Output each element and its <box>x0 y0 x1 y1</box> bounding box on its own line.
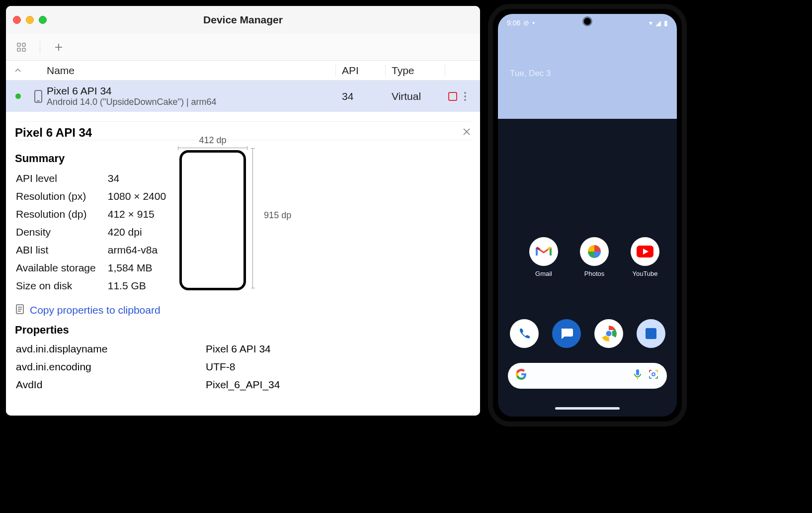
label-avail: Available storage <box>16 259 107 276</box>
prop-row: avd.ini.displaynamePixel 6 API 34 <box>16 341 470 357</box>
copy-properties-link[interactable]: Copy properties to clipboard <box>15 303 471 317</box>
battery-icon: ▮ <box>664 19 668 27</box>
svg-rect-0 <box>17 43 20 46</box>
summary-table: API level34 Resolution (px)1080 × 2400 R… <box>15 169 167 295</box>
device-type: Virtual <box>386 90 445 102</box>
phone-app-icon <box>510 319 539 348</box>
app-phone[interactable] <box>505 319 543 348</box>
value-avail: 1,584 MB <box>108 259 166 276</box>
chevron-up-icon <box>14 67 21 74</box>
value-density: 420 dpi <box>108 224 166 241</box>
emulator-frame: 9:06 ⊘ • ▾ ◢ ▮ Tue, Dec 3 Gmail <box>488 4 687 427</box>
mic-icon[interactable] <box>633 369 642 383</box>
svg-point-17 <box>606 331 611 337</box>
value-abi: arm64-v8a <box>108 242 166 258</box>
clipboard-icon <box>15 303 25 317</box>
device-name: Pixel 6 API 34 <box>47 85 336 97</box>
add-device-button[interactable] <box>52 41 65 54</box>
app-label: Gmail <box>535 270 552 277</box>
svg-rect-3 <box>22 48 25 51</box>
window-title: Device Manager <box>6 14 480 26</box>
value-api: 34 <box>108 170 166 187</box>
layout-toggle-button[interactable] <box>15 41 28 54</box>
device-status <box>6 93 30 99</box>
label-api: API level <box>16 170 107 187</box>
signal-icon: ◢ <box>655 19 661 27</box>
messages-icon <box>552 319 581 348</box>
device-detail-panel: Pixel 6 API 34 Summary API level34 Resol… <box>6 112 480 416</box>
summary-heading: Summary <box>15 152 167 165</box>
status-running-icon <box>15 93 21 99</box>
app-gmail[interactable]: Gmail <box>525 237 563 277</box>
app-row-dock <box>503 319 672 348</box>
app-photos[interactable]: Photos <box>575 237 613 277</box>
detail-title: Pixel 6 API 34 <box>15 126 92 140</box>
app-label: YouTube <box>632 270 657 277</box>
svg-point-20 <box>652 373 655 376</box>
prop-key: avd.ini.displayname <box>16 341 205 357</box>
value-res-dp: 412 × 915 <box>108 206 166 223</box>
plus-icon <box>54 42 64 52</box>
prop-val: Pixel_6_API_34 <box>206 376 470 393</box>
emulator-screen[interactable]: 9:06 ⊘ • ▾ ◢ ▮ Tue, Dec 3 Gmail <box>498 14 677 417</box>
device-api: 34 <box>336 90 386 102</box>
prop-row: avd.ini.encodingUTF-8 <box>16 358 470 375</box>
titlebar: Device Manager <box>6 6 480 34</box>
prop-row: AvdIdPixel_6_API_34 <box>16 376 470 393</box>
device-row[interactable]: Pixel 6 API 34 Android 14.0 ("UpsideDown… <box>6 81 480 112</box>
close-icon <box>462 127 471 136</box>
app-youtube[interactable]: YouTube <box>626 237 664 277</box>
device-outline: 412 dp 915 dp <box>178 135 291 295</box>
column-api[interactable]: API <box>336 65 386 77</box>
prop-key: avd.ini.encoding <box>16 358 205 375</box>
app-row-top: Gmail Photos YouTube <box>503 237 672 277</box>
grid-icon <box>16 42 26 52</box>
device-manager-window: Device Manager Name API Type <box>4 4 482 418</box>
close-detail-button[interactable] <box>462 126 471 139</box>
toolbar <box>6 34 480 61</box>
separator <box>40 41 40 54</box>
youtube-icon <box>631 237 659 266</box>
column-name[interactable]: Name <box>30 65 336 77</box>
wifi-icon: ▾ <box>649 19 652 27</box>
phone-icon <box>33 90 43 103</box>
label-density: Density <box>16 224 107 241</box>
gesture-nav-bar[interactable] <box>555 407 620 410</box>
recents-icon <box>637 319 665 348</box>
label-size: Size on disk <box>16 277 107 294</box>
device-subtitle: Android 14.0 ("UpsideDownCake") | arm64 <box>47 97 336 107</box>
front-camera-icon <box>584 18 591 25</box>
stop-button[interactable] <box>448 92 457 101</box>
label-res-px: Resolution (px) <box>16 188 107 205</box>
value-res-px: 1080 × 2400 <box>108 188 166 205</box>
svg-rect-18 <box>636 369 639 375</box>
svg-rect-1 <box>22 43 25 46</box>
device-actions <box>445 92 480 101</box>
value-size: 11.5 GB <box>108 277 166 294</box>
more-actions-button[interactable] <box>464 92 466 101</box>
chrome-icon <box>594 319 623 348</box>
status-clock: 9:06 <box>507 19 520 27</box>
expand-all-toggle[interactable] <box>6 67 30 74</box>
dnd-icon: ⊘ <box>523 19 529 27</box>
phone-outline-icon <box>179 150 246 290</box>
height-dp-label: 915 dp <box>264 210 291 221</box>
prop-val: Pixel 6 API 34 <box>206 341 470 357</box>
column-type[interactable]: Type <box>386 65 445 77</box>
app-chrome[interactable] <box>590 319 628 348</box>
prop-val: UTF-8 <box>206 358 470 375</box>
dot-icon: • <box>532 19 535 27</box>
google-g-icon <box>516 369 527 383</box>
prop-key: AvdId <box>16 376 205 393</box>
search-bar[interactable] <box>508 363 667 389</box>
properties-table: avd.ini.displaynamePixel 6 API 34 avd.in… <box>15 340 471 394</box>
properties-heading: Properties <box>15 324 471 337</box>
lens-icon[interactable] <box>648 369 659 383</box>
app-label: Photos <box>584 270 604 277</box>
device-type-icon <box>30 90 47 103</box>
app-recents[interactable] <box>632 319 670 348</box>
svg-rect-2 <box>17 48 20 51</box>
label-res-dp: Resolution (dp) <box>16 206 107 223</box>
app-messages[interactable] <box>548 319 585 348</box>
table-header: Name API Type <box>6 61 480 81</box>
